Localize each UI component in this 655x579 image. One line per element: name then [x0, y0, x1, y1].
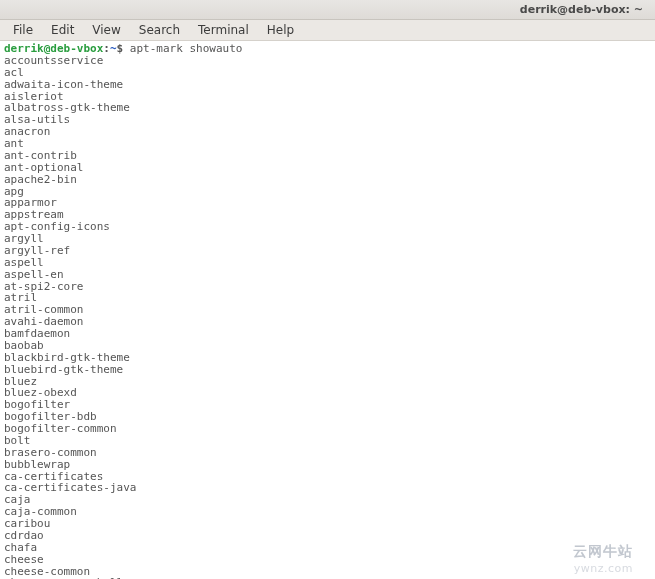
- output-line: caja-common: [4, 506, 651, 518]
- output-line: caja: [4, 494, 651, 506]
- output-line: argyll: [4, 233, 651, 245]
- window-titlebar: derrik@deb-vbox: ~: [0, 0, 655, 20]
- output-line: acl: [4, 67, 651, 79]
- output-line: argyll-ref: [4, 245, 651, 257]
- output-line: aspell-en: [4, 269, 651, 281]
- output-line: blackbird-gtk-theme: [4, 352, 651, 364]
- output-line: avahi-daemon: [4, 316, 651, 328]
- output-line: albatross-gtk-theme: [4, 102, 651, 114]
- output-line: chafa: [4, 542, 651, 554]
- output-line: accountsservice: [4, 55, 651, 67]
- menu-file[interactable]: File: [4, 21, 42, 39]
- output-line: cdrdao: [4, 530, 651, 542]
- output-line: brasero-common: [4, 447, 651, 459]
- prompt-path: ~: [110, 42, 117, 55]
- menu-search[interactable]: Search: [130, 21, 189, 39]
- output-line: anacron: [4, 126, 651, 138]
- output-line: apache2-bin: [4, 174, 651, 186]
- output-line: ant: [4, 138, 651, 150]
- watermark-sub: ywnz.com: [574, 562, 633, 575]
- output-line: bogofilter: [4, 399, 651, 411]
- watermark-main: 云网牛站: [573, 543, 633, 561]
- menu-view[interactable]: View: [83, 21, 129, 39]
- output-line: atril-common: [4, 304, 651, 316]
- output-container: accountsserviceacladwaita-icon-themeaisl…: [4, 55, 651, 579]
- output-line: atril: [4, 292, 651, 304]
- prompt-sep2: $: [117, 42, 124, 55]
- output-line: bogofilter-common: [4, 423, 651, 435]
- output-line: ant-optional: [4, 162, 651, 174]
- output-line: bluebird-gtk-theme: [4, 364, 651, 376]
- output-line: bluez: [4, 376, 651, 388]
- output-line: bubblewrap: [4, 459, 651, 471]
- output-line: ca-certificates-java: [4, 482, 651, 494]
- menu-help[interactable]: Help: [258, 21, 303, 39]
- output-line: bolt: [4, 435, 651, 447]
- menu-terminal[interactable]: Terminal: [189, 21, 258, 39]
- prompt-sep1: :: [103, 42, 110, 55]
- output-line: apparmor: [4, 197, 651, 209]
- output-line: apg: [4, 186, 651, 198]
- output-line: baobab: [4, 340, 651, 352]
- output-line: apt-config-icons: [4, 221, 651, 233]
- window-title: derrik@deb-vbox: ~: [520, 3, 643, 16]
- output-line: caribou: [4, 518, 651, 530]
- terminal-viewport[interactable]: derrik@deb-vbox:~$ apt-mark showauto acc…: [0, 41, 655, 579]
- menubar: File Edit View Search Terminal Help: [0, 20, 655, 41]
- output-line: bluez-obexd: [4, 387, 651, 399]
- menu-edit[interactable]: Edit: [42, 21, 83, 39]
- output-line: alsa-utils: [4, 114, 651, 126]
- prompt-command: apt-mark showauto: [130, 42, 243, 55]
- output-line: bamfdaemon: [4, 328, 651, 340]
- output-line: ant-contrib: [4, 150, 651, 162]
- output-line: adwaita-icon-theme: [4, 79, 651, 91]
- output-line: aspell: [4, 257, 651, 269]
- output-line: cheese: [4, 554, 651, 566]
- output-line: at-spi2-core: [4, 281, 651, 293]
